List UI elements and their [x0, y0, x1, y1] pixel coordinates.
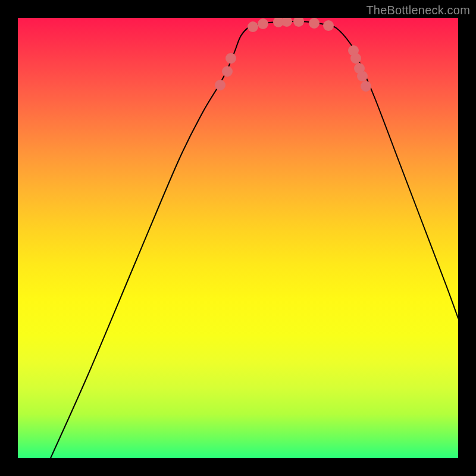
- marker-point: [350, 53, 361, 64]
- attribution-text: TheBottleneck.com: [366, 4, 470, 17]
- marker-point: [309, 18, 320, 29]
- marker-point: [357, 71, 368, 82]
- marker-point: [293, 18, 304, 27]
- plot-svg: [18, 18, 458, 458]
- marker-point: [281, 18, 292, 27]
- marker-point: [248, 21, 258, 32]
- marker-point: [226, 53, 236, 64]
- chart-stage: TheBottleneck.com: [0, 0, 476, 476]
- marker-point: [215, 80, 226, 90]
- plot-area: [18, 18, 458, 458]
- curve-line: [51, 21, 458, 458]
- marker-point: [323, 20, 334, 31]
- marker-point: [361, 81, 371, 92]
- marker-point: [258, 18, 268, 29]
- marker-point: [222, 66, 233, 77]
